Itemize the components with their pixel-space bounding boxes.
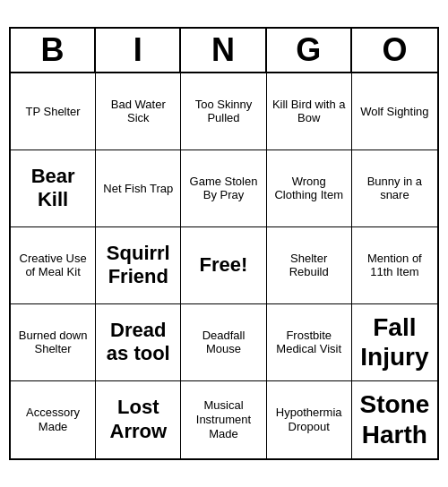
bingo-cell-11: Squirrl Friend bbox=[96, 227, 181, 304]
bingo-cell-18: Frostbite Medical Visit bbox=[267, 304, 352, 381]
bingo-cell-24: Stone Harth bbox=[352, 381, 437, 458]
bingo-cell-5: Bear Kill bbox=[11, 150, 96, 227]
bingo-letter-b: B bbox=[11, 29, 96, 72]
bingo-cell-17: Deadfall Mouse bbox=[181, 304, 266, 381]
bingo-cell-19: Fall Injury bbox=[352, 304, 437, 381]
bingo-cell-22: Musical Instrument Made bbox=[181, 381, 266, 458]
bingo-card: BINGO TP ShelterBad Water SickToo Skinny… bbox=[9, 27, 439, 460]
bingo-cell-16: Dread as tool bbox=[96, 304, 181, 381]
bingo-cell-3: Kill Bird with a Bow bbox=[267, 73, 352, 150]
bingo-cell-7: Game Stolen By Pray bbox=[181, 150, 266, 227]
bingo-letter-i: I bbox=[96, 29, 181, 72]
bingo-cell-0: TP Shelter bbox=[11, 73, 96, 150]
bingo-cell-12: Free! bbox=[181, 227, 266, 304]
bingo-letter-g: G bbox=[267, 29, 352, 72]
bingo-cell-13: Shelter Rebuild bbox=[267, 227, 352, 304]
bingo-cell-6: Net Fish Trap bbox=[96, 150, 181, 227]
bingo-cell-20: Accessory Made bbox=[11, 381, 96, 458]
bingo-cell-23: Hypothermia Dropout bbox=[267, 381, 352, 458]
bingo-cell-8: Wrong Clothing Item bbox=[267, 150, 352, 227]
bingo-cell-9: Bunny in a snare bbox=[352, 150, 437, 227]
bingo-letter-o: O bbox=[352, 29, 437, 72]
bingo-cell-4: Wolf Sighting bbox=[352, 73, 437, 150]
bingo-cell-10: Creative Use of Meal Kit bbox=[11, 227, 96, 304]
bingo-header: BINGO bbox=[11, 29, 437, 73]
bingo-cell-1: Bad Water Sick bbox=[96, 73, 181, 150]
bingo-cell-2: Too Skinny Pulled bbox=[181, 73, 266, 150]
bingo-cell-14: Mention of 11th Item bbox=[352, 227, 437, 304]
bingo-grid: TP ShelterBad Water SickToo Skinny Pulle… bbox=[11, 73, 437, 458]
bingo-cell-15: Burned down Shelter bbox=[11, 304, 96, 381]
bingo-letter-n: N bbox=[181, 29, 266, 72]
bingo-cell-21: Lost Arrow bbox=[96, 381, 181, 458]
